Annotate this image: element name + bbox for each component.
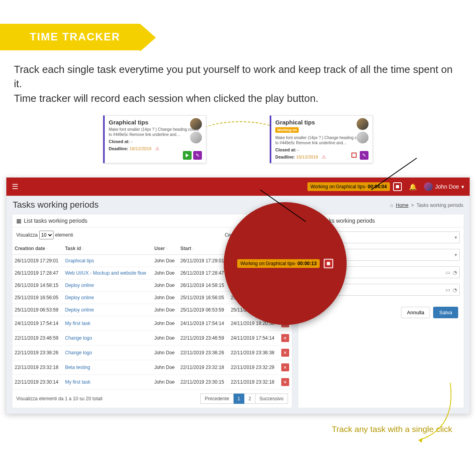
working-on-prefix: Working on: bbox=[311, 184, 336, 189]
working-on-badge: Working on bbox=[275, 127, 299, 133]
task-link[interactable]: Web UI/UX - Mockup and website flow bbox=[65, 270, 146, 276]
cell-start: 24/11/2019 17:54:14 bbox=[178, 316, 228, 331]
page-2[interactable]: 2 bbox=[244, 394, 255, 404]
cell-start: 22/11/2019 23:36:26 bbox=[178, 346, 228, 360]
cell-task: My first task bbox=[63, 375, 152, 390]
cell-creation: 26/11/2019 17:29:01 bbox=[12, 255, 63, 267]
show-suffix: elementi bbox=[55, 232, 73, 238]
cell-creation: 22/11/2019 23:36:26 bbox=[12, 346, 63, 360]
page-next[interactable]: Successivo bbox=[255, 394, 288, 404]
table-row: 22/11/2019 23:46:59Change logoJohn Doe22… bbox=[12, 331, 292, 346]
zoom-stop-button[interactable] bbox=[324, 259, 333, 268]
stop-button[interactable] bbox=[349, 151, 358, 160]
delete-button[interactable]: ✕ bbox=[281, 334, 289, 342]
avatar bbox=[357, 118, 369, 130]
task-link[interactable]: My first task bbox=[65, 379, 90, 385]
warning-icon: ⚠ bbox=[155, 146, 159, 151]
card-title: Graphical tips bbox=[109, 119, 202, 126]
breadcrumb-home[interactable]: Home bbox=[396, 203, 409, 208]
col-start[interactable]: Start↕ bbox=[178, 243, 228, 255]
sort-icon: ↕ bbox=[46, 247, 48, 251]
edit-button[interactable] bbox=[360, 151, 369, 160]
section-banner: TIME TRACKER bbox=[0, 24, 140, 50]
task-link[interactable]: My first task bbox=[65, 321, 90, 326]
col-creation[interactable]: Creation date↕ bbox=[12, 243, 63, 255]
task-link[interactable]: Graphical tips bbox=[65, 258, 94, 264]
cell-task: Deploy online bbox=[63, 279, 152, 292]
card-title: Graphical tips bbox=[275, 119, 369, 126]
cell-task: Graphical tips bbox=[63, 255, 152, 267]
delete-button[interactable]: ✕ bbox=[281, 363, 289, 371]
caption-text: Track any task with a single click bbox=[0, 424, 452, 434]
cell-start: 22/11/2019 23:30:15 bbox=[178, 375, 228, 390]
cell-creation: 24/11/2019 17:54:14 bbox=[12, 316, 63, 331]
sort-icon: ↕ bbox=[82, 247, 83, 251]
closed-at-label: Closed at: bbox=[109, 139, 130, 144]
page-size-select[interactable]: 10 bbox=[39, 231, 54, 239]
show-label: Visualizza bbox=[16, 232, 38, 238]
cell-task: Web UI/UX - Mockup and website flow bbox=[63, 267, 152, 279]
user-menu[interactable]: John Doe ▾ bbox=[424, 182, 464, 191]
topbar-stop-button[interactable] bbox=[393, 182, 402, 191]
deadline-value: 16/12/2019 bbox=[296, 155, 318, 159]
notifications-icon[interactable]: 🔔 bbox=[409, 183, 417, 191]
task-link[interactable]: Deploy online bbox=[65, 307, 94, 313]
cell-creation: 26/11/2019 17:28:47 bbox=[12, 267, 63, 279]
page-1[interactable]: 1 bbox=[234, 394, 245, 404]
menu-toggle-icon[interactable]: ☰ bbox=[12, 182, 18, 191]
cell-user: John Doe bbox=[152, 360, 178, 375]
top-bar: ☰ Working on: Graphical tips - 00:04:04 … bbox=[6, 178, 470, 196]
card-desc: Make font smaller (14px ? ) Change headi… bbox=[109, 127, 202, 137]
task-link[interactable]: Deploy online bbox=[65, 283, 94, 288]
cell-start: 26/11/2019 17:28:47 bbox=[178, 267, 228, 279]
cell-start: 25/11/2019 06:53:59 bbox=[178, 304, 228, 316]
task-link[interactable]: Beta testing bbox=[65, 365, 90, 370]
warning-icon: ⚠ bbox=[322, 154, 326, 160]
cell-start: 26/11/2019 17:29:01 bbox=[178, 255, 228, 267]
cell-creation: 25/11/2019 16:56:05 bbox=[12, 292, 63, 304]
home-icon bbox=[390, 203, 395, 208]
task-card-after: Graphical tips Working on Make font smal… bbox=[270, 115, 373, 163]
task-link[interactable]: Deploy online bbox=[65, 295, 94, 300]
play-button[interactable] bbox=[183, 151, 192, 160]
cell-stop: 22/11/2019 23:32:29 bbox=[228, 360, 279, 375]
col-user[interactable]: User↕ bbox=[152, 243, 178, 255]
working-on-pill-zoom[interactable]: Working on: Graphical tips - 00:00:13 bbox=[237, 259, 320, 268]
deadline-label: Deadline: bbox=[109, 146, 129, 151]
working-on-pill[interactable]: Working on: Graphical tips - 00:04:04 bbox=[307, 182, 390, 191]
zoom-callout: Working on: Graphical tips - 00:00:13 bbox=[224, 202, 347, 325]
cell-user: John Doe bbox=[152, 292, 178, 304]
cell-user: John Doe bbox=[152, 304, 178, 316]
sort-icon: ↕ bbox=[192, 247, 194, 251]
save-button[interactable]: Salva bbox=[433, 307, 458, 318]
delete-button[interactable]: ✕ bbox=[281, 349, 289, 357]
avatar bbox=[190, 132, 202, 143]
calendar-icon: ▭ bbox=[445, 269, 450, 275]
clock-icon: ◔ bbox=[453, 269, 457, 275]
cell-task: Deploy online bbox=[63, 304, 152, 316]
cancel-button[interactable]: Annulla bbox=[401, 307, 430, 318]
pagination: Precedente 1 2 Successivo bbox=[200, 394, 288, 404]
task-link[interactable]: Change logo bbox=[65, 350, 92, 355]
page-prev[interactable]: Precedente bbox=[200, 394, 233, 404]
table-row: 22/11/2019 23:30:14My first taskJohn Doe… bbox=[12, 375, 292, 390]
working-on-time: 00:00:13 bbox=[298, 261, 317, 266]
cell-task: Deploy online bbox=[63, 292, 152, 304]
chevron-down-icon: ▾ bbox=[455, 252, 457, 258]
deadline-value: 16/12/2019 bbox=[130, 146, 152, 151]
task-link[interactable]: Change logo bbox=[65, 335, 92, 341]
delete-button[interactable]: ✕ bbox=[281, 378, 289, 386]
intro-line1: Track each single task everytime you put… bbox=[14, 63, 453, 90]
cell-start: 25/11/2019 16:56:05 bbox=[178, 292, 228, 304]
col-task[interactable]: Task id↕ bbox=[63, 243, 152, 255]
cell-start: 26/11/2019 14:58:15 bbox=[178, 279, 228, 292]
cell-start: 22/11/2019 23:32:18 bbox=[178, 360, 228, 375]
avatar bbox=[190, 118, 202, 130]
cell-task: My first task bbox=[63, 316, 152, 331]
cell-user: John Doe bbox=[152, 346, 178, 360]
app-screenshot: ☰ Working on: Graphical tips - 00:04:04 … bbox=[6, 177, 470, 414]
edit-button[interactable] bbox=[193, 151, 202, 160]
cell-user: John Doe bbox=[152, 331, 178, 346]
breadcrumb-current: Tasks working periods bbox=[416, 203, 463, 208]
grid-icon bbox=[16, 218, 21, 224]
